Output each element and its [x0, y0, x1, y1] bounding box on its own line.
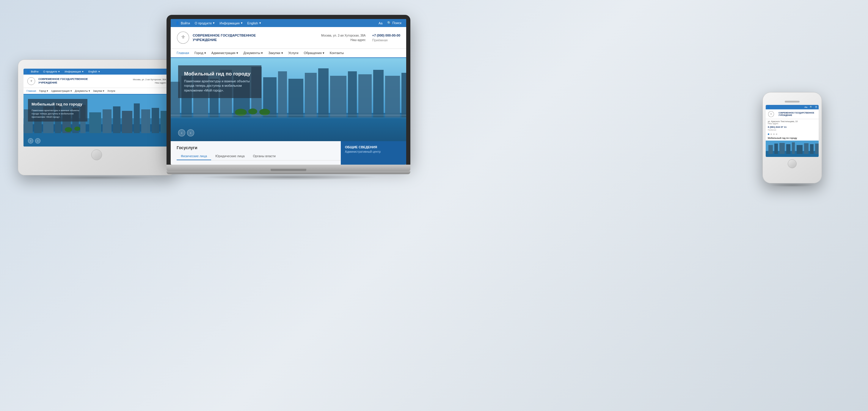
svg-rect-56 [774, 144, 778, 154]
phone-search-icon[interactable]: 🔍 [810, 106, 813, 108]
svg-rect-61 [804, 143, 809, 154]
laptop-tab-individuals[interactable]: Физические лица [177, 153, 211, 160]
phone-dot-3 [773, 133, 775, 135]
phone-topbar-icons: Aa 🔍 ☰ [804, 106, 817, 108]
svg-rect-13 [89, 112, 101, 133]
svg-text:⚜: ⚜ [181, 34, 186, 40]
phone-slider-dots [766, 132, 819, 136]
laptop-tab-authorities[interactable]: Органы власти [249, 153, 280, 160]
laptop-services-title: Госуслуги [177, 145, 197, 150]
tablet-nav-purchases[interactable]: Закупки ▾ [93, 90, 104, 92]
tablet-info-menu[interactable]: Информация ▾ [65, 70, 84, 73]
laptop-language-menu[interactable]: English ▾ [247, 21, 261, 25]
laptop-nav-city[interactable]: Город ▾ [194, 51, 206, 55]
laptop-screen-outer: 👤 Войти О продукте ▾ Информация ▾ Englis… [166, 15, 410, 165]
phone-home-button[interactable] [788, 159, 797, 168]
phone-frame: 👤 Aa 🔍 ☰ ⚜ СОВРЕМЕННОЕ ГОСУДАРСТВЕННОЕ У… [763, 92, 822, 183]
user-icon: 👤 [27, 70, 30, 73]
laptop-services-wrapper: Госуслуги Все услуги > Физические лица Ю… [171, 141, 406, 165]
tablet-hero: Мобильный гид по городу Памятники архите… [24, 95, 170, 147]
tablet-nav: Главная Город ▾ Администрация ▾ Документ… [24, 88, 170, 95]
laptop-nav-admin[interactable]: Администрация ▾ [211, 51, 238, 55]
laptop-next-arrow[interactable]: › [187, 129, 194, 136]
laptop-login-btn[interactable]: 👤 Войти [176, 21, 190, 25]
laptop-nav-purchases[interactable]: Закупки ▾ [268, 51, 283, 55]
laptop-base [166, 165, 410, 171]
phone-user-icon: 👤 [767, 106, 770, 108]
svg-rect-37 [288, 79, 303, 117]
laptop-info-menu[interactable]: Информация ▾ [219, 21, 242, 25]
tablet-hero-desc: Памятники архитектуры и важные объекты г… [32, 109, 84, 119]
svg-rect-59 [792, 143, 795, 154]
svg-rect-38 [305, 73, 317, 117]
tablet-nav-admin[interactable]: Администрация ▾ [51, 90, 72, 92]
tablet-login-btn[interactable]: 👤 Войти [27, 70, 38, 73]
tablet-hero-arrows: ‹ › [28, 138, 40, 144]
chevron-down-icon: ▾ [98, 70, 100, 73]
svg-rect-40 [330, 76, 346, 117]
phone-dot-1 [768, 133, 769, 135]
phone-topbar: 👤 Aa 🔍 ☰ [766, 105, 819, 109]
laptop-nav-contacts[interactable]: Контакты [330, 51, 344, 55]
svg-rect-41 [348, 71, 357, 117]
tablet-hero-overlay: Мобильный гид по городу Памятники архите… [28, 99, 87, 122]
laptop-nav-services[interactable]: Услуги [288, 51, 299, 55]
chevron-down-icon: ▾ [213, 21, 215, 25]
svg-text:⚜: ⚜ [770, 113, 772, 116]
laptop-sidebar-subtitle: Административный центр [345, 150, 402, 153]
chevron-down-icon: ▾ [259, 21, 261, 25]
svg-rect-39 [318, 68, 329, 117]
chevron-down-icon: ▾ [58, 70, 60, 73]
tablet-frame: 👤 Войти О продукте ▾ Информация ▾ Englis… [18, 59, 176, 175]
tablet-nav-home[interactable]: Главная [27, 90, 36, 92]
user-icon: 👤 [176, 21, 180, 25]
svg-point-48 [259, 109, 270, 115]
tablet-nav-docs[interactable]: Документы ▾ [75, 90, 90, 92]
laptop-org-name: СОВРЕМЕННОЕ ГОСУДАРСТВЕННОЕ УЧРЕЖДЕНИЕ [193, 33, 318, 42]
svg-rect-19 [152, 108, 159, 133]
laptop-sidebar-card: ОБЩИЕ СВЕДЕНИЯ Административный центр [341, 141, 406, 165]
svg-rect-57 [779, 143, 785, 154]
phone-dot-2 [771, 133, 772, 135]
laptop-nav: Главная Город ▾ Администрация ▾ Документ… [171, 49, 406, 58]
font-size-btn[interactable]: Aa [378, 22, 382, 25]
laptop-nav-home[interactable]: Главная [177, 51, 189, 55]
phone-dot-4 [776, 133, 777, 135]
laptop-hero-arrows: ‹ › [178, 129, 194, 136]
phone-slide-title: Мобильный гид по городу [766, 136, 819, 140]
phone-number: 8 (981) 844 07 11 Приёмная [766, 126, 819, 132]
svg-rect-36 [278, 71, 287, 117]
svg-rect-14 [102, 109, 112, 133]
search-btn[interactable]: 🔍 Поиск [387, 21, 401, 25]
tablet-prev-arrow[interactable]: ‹ [28, 138, 33, 144]
laptop-tab-legal[interactable]: Юридические лица [211, 153, 249, 160]
tablet-product-menu[interactable]: О продукте ▾ [43, 70, 60, 73]
phone-menu-icon[interactable]: ☰ [815, 106, 817, 108]
svg-rect-16 [122, 111, 132, 133]
laptop-prev-arrow[interactable]: ‹ [178, 129, 185, 136]
tablet-topbar: 👤 Войти О продукте ▾ Информация ▾ Englis… [24, 69, 170, 74]
laptop-nav-docs[interactable]: Документы ▾ [244, 51, 263, 55]
laptop-hero: Мобильный гид по городу Памятники архите… [171, 58, 406, 141]
tablet-home-button[interactable] [91, 150, 102, 160]
svg-rect-18 [141, 109, 150, 133]
tablet-next-arrow[interactable]: › [35, 138, 40, 144]
phone-org-name: СОВРЕМЕННОЕ ГОСУДАРСТВЕННОЕ УЧРЕЖДЕНИЕ [778, 112, 816, 117]
laptop-nav-appeals[interactable]: Обращения ▾ [304, 51, 324, 55]
laptop-phone: +7 (000) 000-00-00 Приёмная [372, 33, 400, 43]
laptop-product-menu[interactable]: О продукте ▾ [195, 21, 215, 25]
phone-shadow [770, 183, 814, 187]
tablet-nav-services[interactable]: Услуги [107, 90, 115, 92]
svg-rect-23 [24, 133, 170, 147]
phone-device: 👤 Aa 🔍 ☰ ⚜ СОВРЕМЕННОЕ ГОСУДАРСТВЕННОЕ У… [763, 92, 822, 187]
svg-point-47 [248, 108, 257, 115]
svg-rect-44 [385, 76, 400, 117]
phone-logo: ⚜ [768, 111, 774, 117]
tablet-nav-city[interactable]: Город ▾ [39, 90, 48, 92]
tablet-language-menu[interactable]: English ▾ [88, 70, 100, 73]
svg-point-22 [74, 127, 80, 131]
svg-rect-42 [358, 74, 372, 117]
phone-font-icon[interactable]: Aa [804, 106, 807, 108]
chevron-down-icon: ▾ [82, 70, 84, 73]
svg-rect-43 [373, 70, 383, 117]
